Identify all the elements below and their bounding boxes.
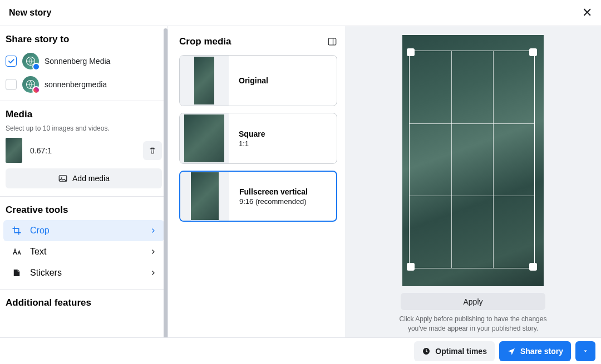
avatar — [22, 76, 39, 93]
trash-icon — [148, 146, 157, 155]
sticker-icon — [12, 268, 22, 278]
crop-option-original[interactable]: Original — [179, 55, 337, 106]
add-media-icon — [58, 173, 68, 183]
account-instagram[interactable]: sonnenbergmedia — [0, 73, 168, 96]
close-button[interactable]: ✕ — [582, 6, 592, 20]
clock-icon — [422, 347, 431, 356]
additional-features-heading: Additional features — [0, 290, 168, 313]
crop-option-name: Original — [239, 76, 268, 85]
crop-handle-top-right[interactable] — [529, 48, 537, 56]
chevron-right-icon — [150, 248, 156, 255]
account-checkbox-instagram[interactable] — [6, 79, 17, 90]
media-subtext: Select up to 10 images and videos. — [0, 124, 168, 138]
creative-tools-heading: Creative tools — [0, 197, 168, 220]
panel-toggle-icon[interactable] — [327, 37, 337, 47]
crop-icon — [12, 226, 22, 236]
add-media-button[interactable]: Add media — [6, 168, 162, 188]
crop-handle-bottom-right[interactable] — [529, 263, 537, 271]
avatar — [22, 53, 39, 69]
media-heading: Media — [0, 101, 168, 124]
tool-stickers[interactable]: Stickers — [3, 262, 164, 283]
sidebar-scrollbar[interactable] — [164, 28, 168, 340]
send-icon — [507, 347, 516, 356]
chevron-right-icon — [150, 227, 156, 234]
tool-label: Crop — [30, 226, 50, 236]
share-story-button[interactable]: Share story — [499, 341, 571, 361]
apply-button[interactable]: Apply — [401, 293, 545, 310]
crop-option-name: Square — [239, 129, 265, 138]
crop-media-heading: Crop media — [179, 36, 231, 47]
footer-toolbar: Optimal times Share story — [0, 337, 601, 364]
apply-hint: Click Apply before publishing to have th… — [398, 315, 548, 333]
chevron-down-icon — [582, 348, 589, 355]
tool-label: Stickers — [30, 268, 62, 278]
media-aspect-ratio: 0.67:1 — [30, 146, 135, 155]
crop-handle-bottom-left[interactable] — [407, 263, 415, 271]
svg-rect-4 — [328, 38, 336, 45]
facebook-badge-icon — [32, 63, 40, 71]
crop-grid[interactable] — [409, 51, 535, 268]
crop-option-name: Fullscreen vertical — [239, 187, 308, 196]
tool-crop[interactable]: Crop — [3, 220, 164, 241]
optimal-times-label: Optimal times — [435, 347, 487, 356]
crop-option-ratio: 1:1 — [239, 139, 265, 148]
tool-label: Text — [30, 247, 46, 257]
page-title: New story — [9, 8, 51, 18]
share-story-dropdown[interactable] — [575, 341, 595, 361]
preview-image[interactable] — [402, 35, 544, 286]
account-checkbox-facebook[interactable] — [6, 56, 17, 67]
account-name: Sonnenberg Media — [45, 57, 110, 66]
text-icon — [12, 247, 22, 257]
instagram-badge-icon — [32, 86, 40, 94]
share-heading: Share story to — [0, 26, 168, 49]
account-name: sonnenbergmedia — [45, 80, 107, 89]
optimal-times-button[interactable]: Optimal times — [414, 341, 495, 361]
crop-option-square[interactable]: Square 1:1 — [179, 113, 337, 164]
add-media-label: Add media — [72, 174, 110, 183]
crop-option-fullscreen-vertical[interactable]: Fullscreen vertical 9:16 (recommended) — [179, 171, 337, 222]
account-facebook[interactable]: Sonnenberg Media — [0, 49, 168, 73]
share-story-label: Share story — [520, 347, 563, 356]
preview-frame — [402, 35, 544, 286]
crop-handle-top-left[interactable] — [407, 48, 415, 56]
delete-media-button[interactable] — [143, 141, 162, 160]
tool-text[interactable]: Text — [3, 241, 164, 262]
media-thumbnail[interactable] — [6, 138, 22, 163]
crop-option-ratio: 9:16 (recommended) — [239, 197, 308, 206]
chevron-right-icon — [150, 270, 156, 276]
